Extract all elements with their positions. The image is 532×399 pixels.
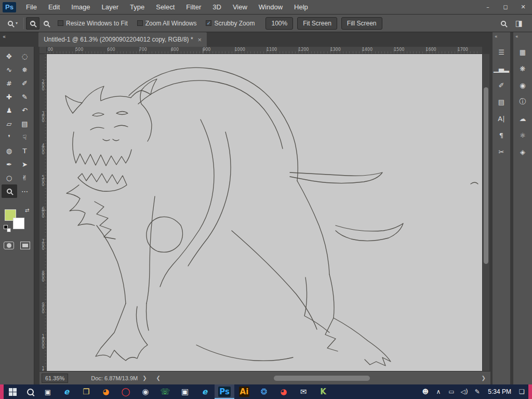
menu-item-type[interactable]: Type — [124, 0, 150, 14]
navigator-panel-icon[interactable]: ▦ — [513, 44, 532, 60]
paragraph-panel-icon[interactable]: ¶ — [493, 127, 510, 143]
menu-item-edit[interactable]: Edit — [43, 0, 65, 14]
workspace-switcher-icon[interactable]: ◨ — [515, 19, 523, 28]
tool-clone-stamp[interactable]: ♟ — [2, 103, 17, 117]
canvas[interactable] — [47, 54, 482, 371]
tool-eraser[interactable]: ▱ — [2, 117, 17, 130]
layers-panel-icon[interactable]: ◈ — [513, 144, 532, 159]
close-tab-icon[interactable]: × — [198, 36, 202, 44]
collapse-panels-icon[interactable]: « — [493, 32, 510, 43]
tool-dodge[interactable]: ◍ — [2, 144, 17, 157]
zoom-in-button[interactable]: + — [26, 17, 39, 30]
search-button[interactable] — [21, 384, 39, 399]
tool-lasso[interactable]: ∿ — [2, 63, 17, 76]
vertical-scrollbar-thumb[interactable] — [484, 87, 488, 264]
menu-item-view[interactable]: View — [227, 0, 253, 14]
tool-ellipse[interactable]: ○ — [2, 171, 17, 184]
measurement-panel-icon[interactable]: ▤ — [493, 94, 510, 110]
swap-colors-icon[interactable]: ⇄ — [25, 207, 29, 213]
properties-panel-icon[interactable]: ☰ — [493, 44, 510, 60]
tool-quick-selection[interactable]: ✵ — [17, 63, 33, 76]
taskbar-app-file-explorer[interactable]: ❒ — [76, 384, 96, 399]
windows-ink-icon[interactable]: ✎ — [471, 388, 484, 395]
network-icon[interactable]: ▭ — [445, 388, 458, 395]
button-fit-screen[interactable]: Fit Screen — [297, 17, 337, 30]
current-tool-preview[interactable]: ▾ — [4, 21, 21, 26]
color-panel-icon[interactable]: ◉ — [513, 77, 532, 93]
taskbar-app-mail[interactable]: ✉ — [294, 384, 313, 399]
menu-item-window[interactable]: Window — [253, 0, 288, 14]
status-chevron-icon[interactable]: ❯ — [142, 375, 147, 381]
taskbar-app-firefox-developer[interactable]: ◕ — [274, 384, 294, 399]
tool-zoom[interactable] — [2, 184, 17, 198]
taskbar-app-photoshop[interactable]: Ps — [215, 384, 234, 399]
tool-history-brush[interactable]: ↶ — [17, 103, 33, 117]
tool-eyedropper[interactable]: ✐ — [17, 76, 33, 90]
character-panel-icon[interactable]: A| — [493, 111, 510, 126]
taskbar-app-chrome[interactable]: ◉ — [136, 384, 155, 399]
taskbar-clock[interactable]: 5:34 PM — [484, 388, 515, 395]
histogram-panel-icon[interactable]: ▁▄▂ — [493, 61, 510, 76]
collapse-tools-icon[interactable]: « — [0, 32, 8, 41]
hidden-icons-chevron[interactable]: ∧ — [432, 388, 445, 395]
timeline-panel-icon[interactable]: ✂ — [493, 144, 510, 159]
task-view-button[interactable]: ▣ — [39, 384, 57, 399]
scroll-right-icon[interactable]: ❯ — [482, 375, 486, 381]
brushes-panel-icon[interactable]: ❋ — [513, 61, 532, 76]
menu-item-help[interactable]: Help — [288, 0, 314, 14]
people-icon[interactable]: ☻ — [419, 388, 432, 395]
tool-blur[interactable]: ❜ — [2, 130, 17, 144]
background-color-swatch[interactable] — [13, 218, 24, 229]
action-center-button[interactable]: ❏ — [515, 388, 528, 395]
status-zoom-level[interactable]: 61.35% — [42, 374, 68, 383]
tool-smudge[interactable]: ☟ — [17, 130, 33, 144]
button-fill-screen[interactable]: Fill Screen — [341, 17, 382, 30]
checkbox-resize-windows-to-fit[interactable]: Resize Windows to Fit — [58, 20, 128, 27]
taskbar-app-opera[interactable]: ◯ — [116, 384, 136, 399]
horizontal-scrollbar-thumb[interactable] — [274, 376, 370, 381]
minimize-button[interactable]: – — [479, 0, 497, 14]
libraries-panel-icon[interactable]: ☁ — [513, 111, 532, 126]
taskbar-app-kiwi[interactable]: K — [313, 384, 333, 399]
tool-path-selection[interactable]: ➤ — [17, 157, 33, 171]
menu-item-select[interactable]: Select — [150, 0, 180, 14]
taskbar-app-illustrator[interactable]: Ai — [234, 384, 254, 399]
button-100[interactable]: 100% — [265, 17, 293, 30]
volume-icon[interactable]: ◁) — [458, 388, 471, 395]
document-tab[interactable]: Untitled-1 @ 61.3% (20090902204012 copy,… — [38, 32, 207, 47]
zoom-out-button[interactable]: − — [39, 17, 53, 30]
horizontal-ruler[interactable]: 0050060070080090010001100120013001400150… — [47, 47, 482, 54]
taskbar-app-edge[interactable]: e — [57, 384, 76, 399]
paths-panel-icon[interactable]: ⚛ — [513, 127, 532, 143]
tool-move[interactable]: ✥ — [2, 49, 17, 63]
quick-mask-button[interactable] — [4, 242, 14, 249]
vertical-ruler[interactable]: 2 0 03 0 04 0 05 0 06 0 07 0 08 0 09 0 0… — [39, 54, 47, 371]
tool-spot-healing[interactable]: ✚ — [2, 90, 17, 103]
checkbox-zoom-all-windows[interactable]: Zoom All Windows — [137, 20, 197, 27]
taskbar-app-internet-explorer[interactable]: e — [195, 384, 215, 399]
screen-mode-button[interactable] — [20, 242, 30, 249]
tool-crop[interactable]: # — [2, 76, 17, 90]
default-colors-icon[interactable] — [4, 225, 11, 232]
taskbar-app-safari[interactable]: ❂ — [254, 384, 274, 399]
tool-edit-toolbar[interactable]: ⋯ — [17, 184, 33, 198]
menu-item-layer[interactable]: Layer — [96, 0, 125, 14]
horizontal-scrollbar[interactable] — [167, 375, 475, 381]
tool-presets-panel-icon[interactable]: ✐ — [493, 77, 510, 93]
close-button[interactable]: ✕ — [514, 0, 532, 14]
tool-marquee[interactable]: ◌ — [17, 49, 33, 63]
menu-item-3d[interactable]: 3D — [207, 0, 227, 14]
search-icon[interactable] — [501, 21, 506, 26]
tool-brush[interactable]: ✎ — [17, 90, 33, 103]
tool-gradient[interactable]: ▤ — [17, 117, 33, 130]
start-button[interactable] — [4, 384, 21, 399]
restore-button[interactable]: ◻ — [497, 0, 514, 14]
info-panel-icon[interactable]: ⓘ — [513, 94, 532, 110]
tool-type[interactable]: T — [17, 144, 33, 157]
taskbar-app-whatsapp[interactable]: ☏ — [155, 384, 175, 399]
menu-item-image[interactable]: Image — [65, 0, 96, 14]
tool-pen[interactable]: ✒ — [2, 157, 17, 171]
scroll-left-icon[interactable]: ❮ — [156, 375, 161, 381]
menu-item-filter[interactable]: Filter — [180, 0, 207, 14]
vertical-scrollbar[interactable] — [482, 54, 489, 371]
